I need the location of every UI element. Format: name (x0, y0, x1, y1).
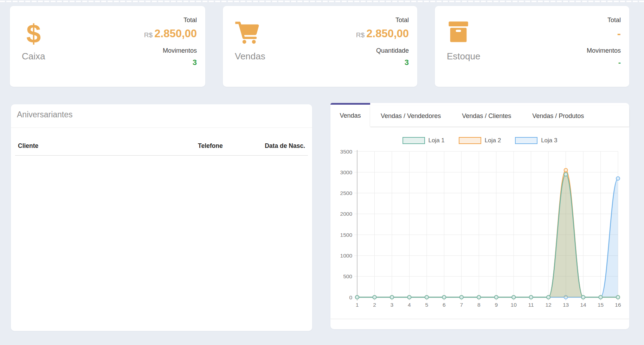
legend-label: Loja 1 (429, 137, 445, 144)
column-header-telefone: Telefone (176, 142, 245, 150)
column-header-cliente: Cliente (18, 142, 176, 150)
caixa-movimentos-label: Movimentos (144, 47, 197, 54)
tab-vendas-vendedores[interactable]: Vendas / Vendedores (370, 105, 451, 126)
caixa-movimentos-value: 3 (144, 58, 197, 67)
card-estoque: Estoque Total - Movimentos - (435, 6, 629, 87)
card-vendas-label: Vendas (235, 51, 265, 62)
card-estoque-label: Estoque (447, 51, 480, 62)
legend-item-loja-3[interactable]: Loja 3 (515, 137, 557, 144)
caixa-total-label: Total (144, 17, 197, 24)
svg-text:9: 9 (495, 302, 498, 308)
estoque-movimentos-value: - (587, 58, 621, 67)
cart-icon (234, 21, 262, 49)
caixa-total-value: R$ 2.850,00 (144, 27, 197, 40)
svg-text:2: 2 (373, 302, 376, 308)
aniversariantes-table-header: Cliente Telefone Data de Nasc. (15, 139, 308, 156)
legend-label: Loja 3 (541, 137, 557, 144)
tab-vendas-produtos[interactable]: Vendas / Produtos (522, 105, 594, 126)
legend-swatch (515, 137, 537, 144)
legend-item-loja-2[interactable]: Loja 2 (459, 137, 501, 144)
svg-text:5: 5 (425, 302, 429, 308)
svg-text:16: 16 (615, 302, 621, 308)
aniversariantes-title: Aniversariantes (17, 110, 73, 119)
svg-text:2000: 2000 (340, 211, 353, 217)
svg-text:2500: 2500 (340, 190, 353, 196)
column-header-data-nasc: Data de Nasc. (245, 142, 305, 150)
svg-text:1000: 1000 (340, 253, 353, 259)
tab-vendas-clientes[interactable]: Vendas / Clientes (451, 105, 522, 126)
vendas-quantidade-value: 3 (356, 58, 409, 67)
svg-text:12: 12 (546, 302, 552, 308)
aniversariantes-panel: Aniversariantes Cliente Telefone Data de… (11, 104, 312, 331)
legend-swatch (459, 137, 481, 144)
vendas-chart-panel: Vendas Vendas / Vendedores Vendas / Clie… (330, 103, 629, 329)
legend-swatch (402, 137, 425, 144)
divider (330, 319, 629, 319)
legend-item-loja-1[interactable]: Loja 1 (402, 137, 445, 144)
svg-text:500: 500 (343, 273, 352, 279)
vendas-quantidade-label: Quantidade (356, 47, 409, 54)
svg-text:3000: 3000 (340, 169, 353, 175)
dollar-icon: $ (21, 21, 49, 49)
estoque-total-label: Total (587, 17, 621, 24)
svg-text:1: 1 (356, 302, 359, 308)
estoque-movimentos-label: Movimentos (587, 47, 621, 54)
sales-area-chart[interactable]: 0500100015002000250030003500123456789101… (334, 148, 626, 313)
svg-text:7: 7 (460, 302, 463, 308)
svg-text:11: 11 (528, 302, 534, 308)
vendas-total-label: Total (356, 17, 409, 24)
svg-text:8: 8 (477, 302, 481, 308)
svg-text:15: 15 (598, 302, 604, 308)
divider (11, 128, 312, 128)
card-caixa-label: Caixa (22, 51, 45, 62)
chart-legend: Loja 1Loja 2Loja 3 (330, 135, 629, 146)
tab-vendas[interactable]: Vendas (330, 105, 370, 126)
svg-text:13: 13 (563, 302, 569, 308)
svg-text:6: 6 (443, 302, 446, 308)
svg-text:0: 0 (349, 294, 352, 300)
svg-text:3: 3 (391, 302, 394, 308)
svg-text:3500: 3500 (340, 149, 353, 155)
dashboard-page: { "colors": { "accent_orange": "#ecaa52"… (0, 0, 644, 345)
svg-text:14: 14 (580, 302, 586, 308)
svg-text:1500: 1500 (340, 232, 353, 238)
estoque-total-value: - (587, 27, 621, 40)
card-caixa: $ Caixa Total R$ 2.850,00 Movimentos 3 (10, 6, 205, 87)
tab-bar: Vendas / Vendedores Vendas / Clientes Ve… (370, 105, 629, 126)
vendas-total-value: R$ 2.850,00 (356, 27, 409, 40)
card-vendas: Vendas Total R$ 2.850,00 Quantidade 3 (223, 6, 417, 87)
svg-text:4: 4 (408, 302, 411, 308)
box-icon (446, 21, 474, 49)
svg-text:10: 10 (511, 302, 517, 308)
legend-label: Loja 2 (485, 137, 501, 144)
top-header-edge (0, 1, 644, 2)
